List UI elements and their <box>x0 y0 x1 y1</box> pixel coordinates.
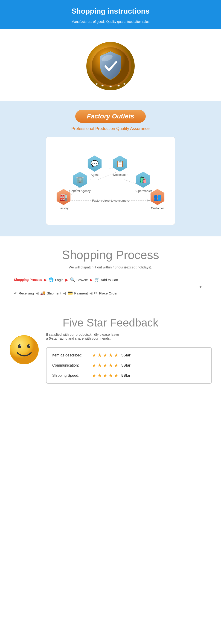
svg-text:★: ★ <box>95 82 98 86</box>
header-section: Shopping instructions Manufacturers of g… <box>0 0 221 29</box>
direct-label: Factory direct to consumers <box>92 199 129 202</box>
five-star-section: Five Star Feedback If satisfied wi <box>0 305 221 398</box>
five-star-content: If satisfied with our products,knidly pl… <box>9 332 212 384</box>
star-1: ★ <box>92 372 96 378</box>
star-3: ★ <box>103 362 108 368</box>
customer-hex: 👥 <box>149 189 166 205</box>
star-4: ★ <box>108 352 113 358</box>
login-icon: 🌐 <box>49 277 54 282</box>
shopping-process-subtitle: We will dispatch it out within 48hours(e… <box>4 265 217 269</box>
process-step-payment: 💳 Payment <box>68 290 88 296</box>
feedback-row-shipping: Shipping Speed: ★ ★ ★ ★ ★ 5Star <box>52 372 206 378</box>
process-arrow-left-2: ◀ <box>63 291 66 296</box>
payment-icon: 💳 <box>68 290 73 296</box>
process-arrow-2: ▶ <box>65 278 68 282</box>
hex-container: 🏭 Factory 👥 Customer 💬 Agent 📋 Wholesale… <box>51 144 170 218</box>
general-agency-hex: 🏢 <box>72 172 88 188</box>
shipment-icon: 🚚 <box>40 290 45 296</box>
feedback-label-communication: Communication: <box>52 363 89 368</box>
header-divider <box>76 18 145 18</box>
star-3: ★ <box>103 372 108 378</box>
general-agency-label: General Agency <box>69 189 91 192</box>
process-step-browse: 🔍 Browse <box>70 277 88 282</box>
payment-label: Payment <box>74 291 88 295</box>
agent-hex: 💬 <box>87 156 103 172</box>
star-5: ★ <box>114 362 119 368</box>
process-step-login: 🌐 Login <box>49 277 63 282</box>
star-1: ★ <box>92 352 96 358</box>
process-arrow-left-1: ◀ <box>36 291 38 296</box>
browse-label: Browse <box>76 278 88 282</box>
supermarket-node: 🛍️ Supermarket <box>135 172 152 192</box>
wholesaler-node: 📋 Wholesaler <box>112 156 128 176</box>
feedback-row-communication: Communication: ★ ★ ★ ★ ★ 5Star <box>52 362 206 368</box>
factory-badge: Factory Outlets <box>75 110 146 123</box>
receiving-icon: ✔ <box>14 290 17 296</box>
factory-subtitle: Professional Production Quality Assuranc… <box>7 126 214 131</box>
star-2: ★ <box>97 372 102 378</box>
process-arrow-3: ▶ <box>90 278 93 282</box>
feedback-box: Item as described: ★ ★ ★ ★ ★ 5Star Commu… <box>46 347 212 384</box>
general-agency-node: 🏢 General Agency <box>69 172 91 192</box>
process-flow-row1: Shopping Process ▶ 🌐 Login ▶ 🔍 Browse ▶ … <box>4 277 217 282</box>
customer-node: 👥 Customer <box>149 189 166 210</box>
feedback-label-described: Item as described: <box>52 353 89 357</box>
svg-text:★: ★ <box>123 82 126 86</box>
customer-label: Customer <box>151 206 164 210</box>
star-4: ★ <box>108 372 113 378</box>
header-subtitle: Manufacturers of goods Quality guarantee… <box>4 20 217 24</box>
five-star-subtitle: If satisfied with our products,knidly pl… <box>46 332 120 340</box>
star-2: ★ <box>97 362 102 368</box>
feedback-rating-communication: 5Star <box>121 363 131 368</box>
feedback-rating-described: 5Star <box>121 353 131 357</box>
process-down-arrow: ▼ <box>4 284 217 290</box>
star-4: ★ <box>108 362 113 368</box>
factory-section: Factory Outlets Professional Production … <box>0 101 221 236</box>
feedback-label-shipping: Shipping Speed: <box>52 374 89 378</box>
shipment-label: Shipment <box>47 291 61 295</box>
svg-text:★: ★ <box>109 85 112 88</box>
receiving-label: Receiving <box>19 291 34 295</box>
svg-point-17 <box>10 336 38 364</box>
process-step-receiving: ✔ Receiving <box>14 290 34 296</box>
factory-diagram: 🏭 Factory 👥 Customer 💬 Agent 📋 Wholesale… <box>46 137 175 225</box>
place-order-icon: ✉ <box>94 290 98 296</box>
shopping-process-section: Shopping Process We will dispatch it out… <box>0 236 221 305</box>
place-order-label: Place Order <box>99 291 117 295</box>
star-5: ★ <box>114 352 119 358</box>
process-flow-row2: ✔ Receiving ◀ 🚚 Shipment ◀ 💳 Payment ◀ ✉… <box>4 290 217 296</box>
cart-icon: 🛒 <box>94 277 99 282</box>
stars-described: ★ ★ ★ ★ ★ <box>92 352 119 358</box>
wholesaler-hex: 📋 <box>112 156 128 172</box>
login-label: Login <box>55 278 63 282</box>
star-3: ★ <box>103 352 108 358</box>
supermarket-hex: 🛍️ <box>135 172 151 188</box>
shopping-process-title: Shopping Process <box>4 248 217 262</box>
star-5: ★ <box>114 372 119 378</box>
process-step-shipment: 🚚 Shipment <box>40 290 61 296</box>
process-arrow-left-3: ◀ <box>90 291 92 296</box>
smiley-face <box>9 335 39 365</box>
agent-label: Agent <box>91 173 99 176</box>
svg-point-21 <box>29 345 30 346</box>
stars-shipping: ★ ★ ★ ★ ★ <box>92 372 119 378</box>
feedback-rating-shipping: 5Star <box>121 374 131 378</box>
supermarket-label: Supermarket <box>135 189 152 192</box>
process-step-cart: 🛒 Add to Cart <box>94 277 118 282</box>
star-2: ★ <box>97 352 102 358</box>
browse-icon: 🔍 <box>70 277 75 282</box>
header-title: Shopping instructions <box>4 7 217 16</box>
stars-communication: ★ ★ ★ ★ ★ <box>92 362 119 368</box>
cart-label: Add to Cart <box>101 278 118 282</box>
five-star-right: If satisfied with our products,knidly pl… <box>46 332 212 384</box>
svg-text:★: ★ <box>117 84 120 88</box>
process-step-place-order: ✉ Place Order <box>94 290 117 296</box>
five-star-title: Five Star Feedback <box>9 316 212 329</box>
star-1: ★ <box>92 362 96 368</box>
feedback-row-described: Item as described: ★ ★ ★ ★ ★ 5Star <box>52 352 206 358</box>
svg-point-20 <box>19 345 21 346</box>
factory-label: Factory <box>58 206 68 210</box>
process-flow-label: Shopping Process <box>14 278 42 282</box>
badge-section: ★ ★ ★ ★ ★ <box>0 29 221 101</box>
svg-text:★: ★ <box>101 84 104 88</box>
